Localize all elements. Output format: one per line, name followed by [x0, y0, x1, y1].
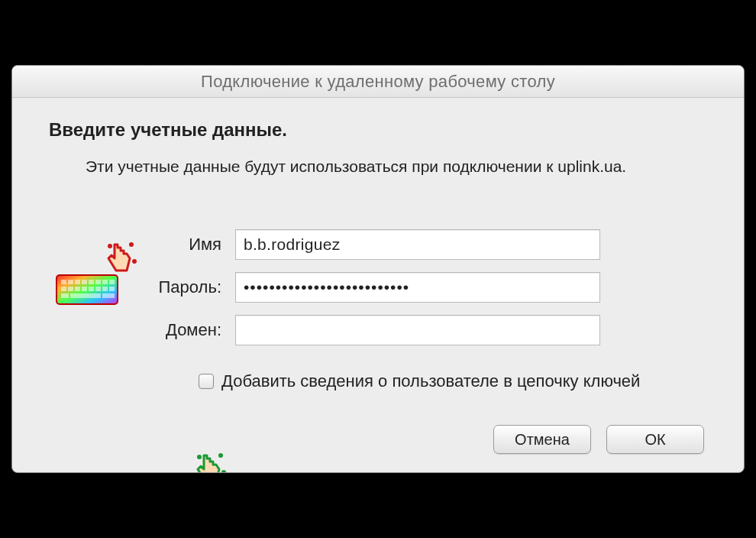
svg-point-23	[197, 455, 202, 459]
password-field[interactable]	[235, 272, 600, 303]
svg-rect-15	[102, 287, 108, 291]
hand-pointer-icon	[190, 448, 230, 473]
keychain-row: Добавить сведения о пользователе в цепоч…	[199, 371, 707, 391]
window-title: Подключение к удаленному рабочему столу	[201, 72, 555, 92]
svg-rect-10	[68, 287, 73, 291]
svg-rect-17	[61, 293, 69, 298]
svg-rect-19	[102, 293, 115, 298]
svg-point-22	[132, 259, 137, 264]
svg-rect-1	[61, 280, 66, 284]
svg-rect-18	[70, 293, 101, 298]
ok-button[interactable]: ОК	[606, 425, 704, 454]
username-label: Имя	[49, 235, 235, 254]
svg-rect-16	[109, 287, 115, 291]
credentials-dialog: Подключение к удаленному рабочему столу …	[11, 65, 745, 473]
svg-rect-2	[68, 280, 73, 284]
dialog-description: Эти учетные данные будут использоваться …	[86, 157, 707, 176]
hand-pointer-icon	[101, 237, 141, 283]
keychain-checkbox[interactable]	[199, 374, 214, 389]
svg-rect-12	[82, 287, 87, 291]
svg-rect-11	[75, 287, 80, 291]
domain-label: Домен:	[49, 320, 235, 340]
svg-point-20	[108, 244, 112, 248]
svg-point-25	[221, 470, 226, 473]
keychain-label: Добавить сведения о пользователе в цепоч…	[221, 371, 640, 391]
svg-rect-6	[95, 280, 101, 284]
svg-rect-4	[82, 280, 87, 284]
dialog-content: Введите учетные данные. Эти учетные данн…	[12, 98, 744, 472]
password-row: Пароль:	[49, 272, 707, 303]
svg-rect-3	[75, 280, 80, 284]
svg-point-24	[218, 453, 223, 458]
credentials-form: Имя Пароль: Домен: Добавить сведения о п…	[49, 229, 707, 391]
svg-rect-13	[89, 287, 94, 291]
cancel-button[interactable]: Отмена	[493, 425, 591, 454]
svg-rect-14	[95, 287, 101, 291]
username-field[interactable]	[235, 229, 600, 260]
dialog-heading: Введите учетные данные.	[49, 119, 707, 141]
svg-rect-5	[89, 280, 94, 284]
username-row: Имя	[49, 229, 707, 260]
button-row: Отмена ОК	[49, 425, 707, 454]
svg-rect-9	[61, 287, 66, 291]
domain-row: Домен:	[49, 315, 707, 345]
svg-point-21	[129, 242, 134, 247]
domain-field[interactable]	[235, 315, 600, 345]
titlebar: Подключение к удаленному рабочему столу	[12, 66, 744, 98]
